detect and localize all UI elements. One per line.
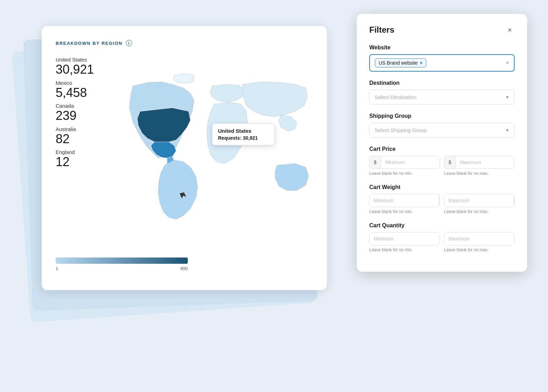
cart-weight-max-input[interactable]: [444, 194, 514, 207]
cart-price-max-hint: Leave blank for no max.: [444, 171, 515, 176]
shipping-group-chevron-down-icon: ▼: [505, 128, 509, 133]
shipping-group-placeholder: Select Shipping Group: [374, 127, 427, 133]
cart-weight-min-hint: Leave blank for no min.: [369, 209, 440, 214]
breakdown-title-text: BREAKDOWN BY REGION: [56, 41, 122, 46]
breakdown-header: BREAKDOWN BY REGION i: [56, 40, 313, 46]
destination-dropdown[interactable]: Select Destination ▼: [369, 90, 515, 105]
region-item-mx: Mexico 5,458: [56, 80, 118, 100]
tooltip-value: Requests: 30,921: [218, 135, 269, 141]
cart-weight-filter-section: Cart Weight lbs lbs Leave blank for no m…: [369, 184, 515, 214]
region-name-au: Australia: [56, 126, 118, 132]
cart-price-min-input[interactable]: [381, 156, 440, 169]
region-item-us: United States 30,921: [56, 57, 118, 76]
region-name-mx: Mexico: [56, 80, 118, 86]
legend-bar-container: 1 400: [56, 258, 313, 271]
world-map: [111, 57, 313, 259]
cart-weight-label: Cart Weight: [369, 184, 515, 190]
filters-panel: Filters × Website US Brand website × × D…: [357, 14, 527, 272]
destination-label: Destination: [369, 80, 515, 86]
info-icon[interactable]: i: [126, 40, 132, 46]
region-name-ca: Canada: [56, 103, 118, 109]
cart-quantity-min-hint: Leave blank for no min.: [369, 247, 440, 252]
map-tooltip: United States Requests: 30,921: [212, 123, 275, 145]
cart-price-min-hint: Leave blank for no min.: [369, 171, 440, 176]
cart-weight-min-input[interactable]: [370, 194, 439, 207]
region-item-ca: Canada 239: [56, 103, 118, 123]
website-tag-item[interactable]: US Brand website ×: [375, 58, 426, 67]
filters-close-button[interactable]: ×: [505, 25, 515, 35]
cart-quantity-min-group: [369, 232, 440, 245]
region-value-ca: 239: [56, 109, 118, 123]
cart-quantity-label: Cart Quantity: [369, 222, 515, 229]
legend-min: 1: [56, 266, 58, 271]
cart-quantity-max-hint: Leave blank for no max.: [444, 247, 515, 252]
cart-quantity-hints: Leave blank for no min. Leave blank for …: [369, 247, 515, 252]
filters-title: Filters: [369, 25, 394, 35]
cart-price-currency-max-prefix: $: [444, 156, 456, 169]
cart-weight-unit-suffix-max: lbs: [514, 194, 515, 207]
region-value-us: 30,921: [56, 63, 118, 76]
website-clear-all-icon[interactable]: ×: [506, 60, 509, 66]
legend-bar: [56, 258, 188, 264]
region-value-au: 82: [56, 132, 118, 146]
cart-weight-max-group: lbs: [444, 194, 515, 207]
cart-weight-max-hint: Leave blank for no max.: [444, 209, 515, 214]
cart-weight-input-row: lbs lbs: [369, 194, 515, 207]
website-label: Website: [369, 44, 515, 51]
legend-labels: 1 400: [56, 266, 188, 271]
cart-price-hints: Leave blank for no min. Leave blank for …: [369, 171, 515, 176]
region-item-en: England 12: [56, 149, 118, 169]
destination-placeholder: Select Destination: [374, 94, 417, 100]
region-name-en: England: [56, 149, 118, 155]
cart-price-currency-prefix: $: [370, 156, 381, 169]
tooltip-number: 30,921: [243, 135, 258, 141]
region-value-en: 12: [56, 155, 118, 169]
website-tag-input[interactable]: US Brand website × ×: [369, 54, 515, 72]
region-value-mx: 5,458: [56, 86, 118, 100]
cart-quantity-filter-section: Cart Quantity Leave blank for no min. Le…: [369, 222, 515, 252]
tag-left: US Brand website ×: [375, 58, 426, 67]
shipping-group-label: Shipping Group: [369, 113, 515, 119]
shipping-group-dropdown[interactable]: Select Shipping Group ▼: [369, 123, 515, 138]
website-tag-text: US Brand website: [379, 60, 418, 66]
destination-filter-section: Destination Select Destination ▼: [369, 80, 515, 105]
region-item-au: Australia 82: [56, 126, 118, 146]
cart-quantity-min-input[interactable]: [370, 232, 440, 245]
cart-price-input-row: $ $: [369, 156, 515, 169]
cart-price-min-group: $: [369, 156, 440, 169]
cart-quantity-max-group: [444, 232, 515, 245]
destination-chevron-down-icon: ▼: [505, 95, 509, 100]
filters-header: Filters ×: [369, 25, 515, 35]
cart-price-label: Cart Price: [369, 146, 515, 152]
tooltip-title: United States: [218, 128, 269, 134]
shipping-group-filter-section: Shipping Group Select Shipping Group ▼: [369, 113, 515, 138]
legend-max: 400: [180, 266, 188, 271]
breakdown-card: BREAKDOWN BY REGION i United States 30,9…: [42, 26, 327, 290]
cart-weight-hints: Leave blank for no min. Leave blank for …: [369, 209, 515, 214]
region-list: United States 30,921 Mexico 5,458 Canada…: [56, 57, 118, 172]
cart-quantity-max-input[interactable]: [444, 232, 514, 245]
cart-price-filter-section: Cart Price $ $ Leave blank for no min. L…: [369, 146, 515, 176]
website-filter-section: Website US Brand website × ×: [369, 44, 515, 72]
cart-price-max-input[interactable]: [456, 156, 515, 169]
cart-quantity-input-row: [369, 232, 515, 245]
website-tag-close-icon[interactable]: ×: [420, 60, 422, 66]
tooltip-label: Requests:: [218, 135, 242, 141]
map-container: United States Requests: 30,921: [111, 57, 313, 259]
cart-price-max-group: $: [444, 156, 515, 169]
cart-weight-min-group: lbs: [369, 194, 440, 207]
cart-weight-unit-suffix-min: lbs: [439, 194, 440, 207]
region-name-us: United States: [56, 57, 118, 63]
